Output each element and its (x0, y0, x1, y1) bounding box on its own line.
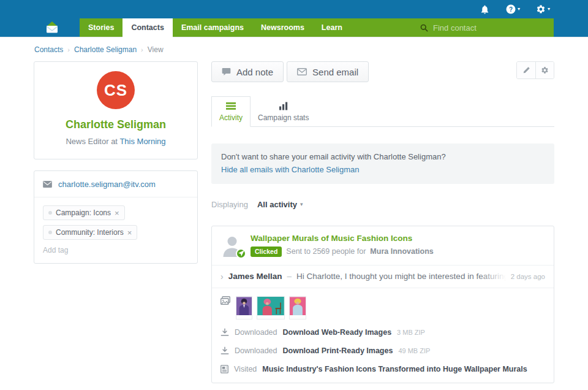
nav-tab-email-campaigns[interactable]: Email campaigns (173, 18, 252, 37)
thumbnail-pink-figure[interactable] (289, 296, 306, 319)
clicked-status-badge: Clicked (251, 247, 282, 257)
sender-avatar (221, 234, 244, 257)
sender-name: Mura Innovations (370, 247, 433, 256)
tab-campaign-stats[interactable]: Campaign stats (251, 97, 316, 126)
tags-row: Campaign: Icons × Community: Interiors × (43, 205, 189, 240)
search-input[interactable] (433, 23, 525, 32)
search-icon (420, 24, 428, 32)
breadcrumb-contact-name[interactable]: Charlotte Seligman (74, 45, 137, 54)
attachments-row (212, 288, 554, 323)
visited-event-row: Visited Music Industry's Fashion Icons T… (212, 360, 554, 383)
speech-bubble-icon (222, 67, 231, 76)
tag-label: Community: Interiors (56, 228, 124, 237)
notice-question: Don't want to share your email activity … (221, 151, 545, 164)
contact-info-card: charlotte.seligman@itv.com Campaign: Ico… (34, 170, 198, 264)
tag-dot-icon (48, 231, 52, 234)
tag-dot-icon (48, 211, 52, 215)
campaign-meta-row: Clicked Sent to 2569 people for Mura Inn… (251, 247, 434, 257)
campaign-sent-badge (236, 248, 246, 259)
tab-campaign-stats-label: Campaign stats (258, 113, 309, 122)
role-prefix: News Editor at (66, 137, 118, 146)
main-panel: Add note Send email (211, 61, 554, 390)
organisation-link[interactable]: This Morning (119, 137, 165, 146)
event-link[interactable]: Download Print-Ready Images (283, 346, 393, 355)
add-tag-button[interactable]: Add tag (43, 246, 189, 254)
thumbnail-teal-figure[interactable] (257, 296, 285, 319)
divider (34, 197, 197, 197)
avatar-initials: CS (104, 81, 127, 100)
notifications-button[interactable] (480, 4, 490, 15)
pencil-icon (522, 66, 530, 74)
envelope-icon (297, 68, 307, 75)
event-meta: 3 MB ZIP (397, 329, 425, 336)
download-event-row: Downloaded Download Web-Ready Images 3 M… (212, 323, 554, 342)
dash-separator: – (287, 272, 292, 281)
bar-chart-icon (279, 102, 288, 110)
envelope-logo-icon (45, 21, 59, 33)
contact-role: News Editor at This Morning (42, 137, 190, 146)
edit-contact-button[interactable] (517, 62, 535, 78)
email-message-row[interactable]: › James Mellan – Hi Charlotte, I thought… (212, 265, 554, 288)
activity-filter-dropdown[interactable]: All activity ▾ (257, 200, 303, 209)
thumbnail-purple-figure[interactable] (236, 296, 252, 319)
help-menu-button[interactable]: ? ▾ (506, 4, 520, 14)
send-email-button[interactable]: Send email (287, 61, 369, 82)
paper-plane-icon (238, 250, 244, 256)
contact-search[interactable] (420, 18, 525, 37)
tag-campaign-icons[interactable]: Campaign: Icons × (43, 205, 125, 220)
contact-sidebar: CS Charlotte Seligman News Editor at Thi… (34, 61, 198, 264)
app-logo[interactable] (45, 21, 59, 33)
main-nav: Stories Contacts Email campaigns Newsroo… (80, 18, 554, 37)
nav-tab-learn[interactable]: Learn (313, 18, 351, 37)
remove-tag-icon[interactable]: × (115, 209, 119, 217)
help-icon: ? (506, 4, 516, 14)
list-icon (226, 102, 236, 110)
gear-icon (536, 4, 546, 14)
add-note-button[interactable]: Add note (211, 61, 284, 82)
nav-tab-newsrooms[interactable]: Newsrooms (252, 18, 313, 37)
nav-tab-stories[interactable]: Stories (80, 18, 123, 37)
image-thumbnails (236, 296, 306, 319)
gallery-icon (221, 296, 230, 305)
activity-filter-value: All activity (257, 200, 297, 209)
caret-down-icon: ▾ (518, 7, 520, 12)
hide-emails-link[interactable]: Hide all emails with Charlotte Seligman (221, 164, 359, 177)
gear-icon (541, 66, 549, 74)
page-icon (221, 365, 228, 373)
email-from-name: James Mellan (228, 272, 282, 281)
email-timestamp: 2 days ago (511, 273, 545, 280)
contact-tools-group (516, 61, 554, 79)
breadcrumb-separator: › (141, 46, 143, 53)
bell-icon (480, 4, 490, 15)
campaign-activity-card: Wallpaper Murals of Music Fashion Icons … (211, 226, 554, 383)
tab-activity[interactable]: Activity (211, 96, 251, 127)
breadcrumb-separator: › (67, 46, 70, 53)
caret-down-icon: ▾ (300, 201, 303, 207)
nav-tab-contacts[interactable]: Contacts (123, 18, 172, 37)
avatar: CS (97, 71, 135, 109)
actions-row: Add note Send email (211, 61, 554, 82)
profile-card: CS Charlotte Seligman News Editor at Thi… (34, 61, 198, 159)
header-nav-row: Stories Contacts Email campaigns Newsroo… (0, 18, 588, 37)
content: CS Charlotte Seligman News Editor at Thi… (0, 61, 588, 390)
event-link[interactable]: Download Web-Ready Images (283, 328, 392, 337)
event-link[interactable]: Music Industry's Fashion Icons Transform… (262, 365, 527, 373)
breadcrumb: Contacts › Charlotte Seligman › View (0, 37, 588, 61)
email-preview-text: Hi Charlotte, I thought you might be int… (296, 272, 506, 281)
activity-filter-row: Displaying All activity ▾ (211, 200, 554, 209)
remove-tag-icon[interactable]: × (127, 229, 132, 237)
caret-down-icon: ▾ (548, 7, 550, 12)
email-row: charlotte.seligman@itv.com (43, 180, 189, 189)
email-link[interactable]: charlotte.seligman@itv.com (58, 180, 156, 189)
contact-settings-button[interactable] (535, 62, 554, 78)
tag-community-interiors[interactable]: Community: Interiors × (43, 225, 137, 240)
send-email-label: Send email (312, 67, 358, 77)
breadcrumb-contacts[interactable]: Contacts (34, 45, 63, 54)
settings-menu-button[interactable]: ▾ (536, 4, 550, 14)
campaign-header: Wallpaper Murals of Music Fashion Icons … (212, 226, 554, 265)
campaign-title-link[interactable]: Wallpaper Murals of Music Fashion Icons (251, 234, 434, 243)
breadcrumb-current: View (148, 45, 164, 54)
privacy-notice: Don't want to share your email activity … (211, 143, 554, 184)
displaying-label: Displaying (211, 200, 248, 209)
contact-name: Charlotte Seligman (42, 118, 190, 131)
